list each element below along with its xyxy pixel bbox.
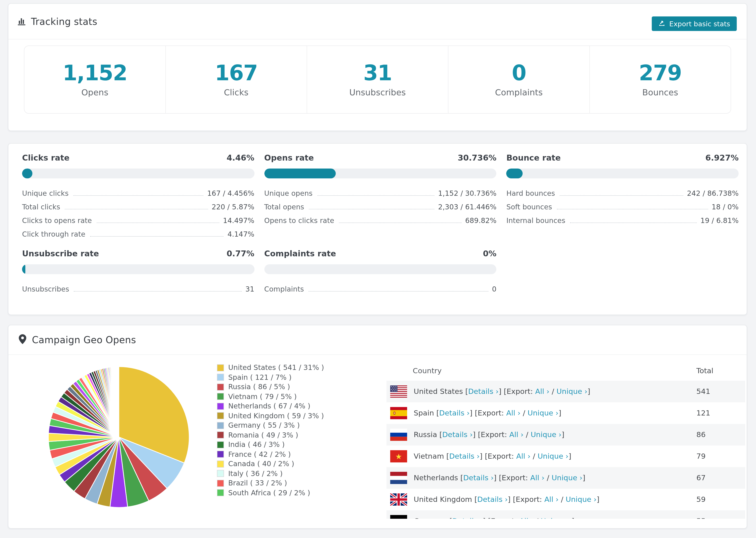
export-basic-stats-button[interactable]: Export basic stats [652,17,737,31]
dotted-leader [560,195,683,196]
total-cell: 59 [696,495,706,504]
details-link-es[interactable]: Details › [439,409,470,417]
map-pin-icon [19,334,26,346]
summary-card-clicks: 167Clicks [166,46,307,113]
stat-value: 0 [492,285,497,294]
legend-item: Spain ( 121 / 7% ) [217,372,324,382]
rate-title: Complaints rate [264,249,336,259]
dotted-leader [339,223,461,223]
legend-label: Russia ( 86 / 5% ) [228,383,290,391]
export-all-link-us[interactable]: All › [535,387,550,396]
details-link-de[interactable]: Details › [452,517,483,519]
stat-row: Hard bounces242 / 86.738% [507,184,739,198]
legend-label: United States ( 541 / 31% ) [228,364,324,372]
legend-item: United States ( 541 / 31% ) [217,363,324,372]
export-all-link-vn[interactable]: All › [516,452,531,460]
summary-card-opens: 1,152Opens [25,46,166,113]
export-all-link-de[interactable]: All › [519,517,534,519]
export-all-link-ru[interactable]: All › [509,430,523,439]
dotted-leader [557,209,708,209]
legend-label: Vietnam ( 79 / 5% ) [228,393,297,401]
summary-label: Complaints [495,87,543,97]
dotted-leader [308,291,488,292]
bar-chart-icon [17,17,26,26]
dotted-leader [74,291,242,292]
geo-table-row-es: Spain [Details ›] [Export: All › / Uniqu… [387,402,745,424]
stat-label: Click through rate [22,230,85,239]
stat-label: Opens to clicks rate [264,216,334,225]
details-link-us[interactable]: Details › [468,387,499,396]
vn-flag-icon: ★ [390,450,407,462]
total-cell: 541 [696,387,710,396]
country-cell: United States [Details ›] [Export: All ›… [414,387,590,396]
export-button-label: Export basic stats [669,20,730,27]
export-unique-link-de[interactable]: Unique › [541,517,572,519]
details-link-ru[interactable]: Details › [442,430,473,439]
stat-row: Total opens2,303 / 61.446% [264,198,496,211]
stat-row: Total clicks220 / 5.87% [22,198,254,211]
summary-card-unsubscribes: 31Unsubscribes [307,46,449,113]
country-name: Netherlands [414,474,458,482]
stat-row: Internal bounces19 / 6.81% [507,211,739,225]
total-cell: 86 [696,430,706,439]
legend-item: South Africa ( 29 / 2% ) [217,488,324,498]
export-unique-link-us[interactable]: Unique › [557,387,587,396]
legend-swatch [217,470,224,477]
legend-swatch [217,374,224,381]
export-unique-link-es[interactable]: Unique › [527,409,559,417]
stat-label: Internal bounces [507,216,566,225]
rate-panel-unsubscribe-rate: Unsubscribe rate0.77%Unsubscribes31 [22,249,254,294]
legend-swatch [217,403,224,410]
progress-bar [22,264,254,274]
tracking-stats-header: Tracking stats Export basic stats [9,4,747,39]
geo-table: CountryTotalUnited States [Details ›] [E… [387,361,745,519]
progress-bar-fill [264,169,336,178]
legend-swatch [217,364,224,371]
legend-label: South Africa ( 29 / 2% ) [228,489,310,497]
export-unique-link-gb[interactable]: Unique › [566,495,597,504]
country-cell: Vietnam [Details ›] [Export: All › / Uni… [414,452,571,460]
dotted-leader [317,195,434,196]
legend-swatch [217,441,224,448]
country-cell: Netherlands [Details ›] [Export: All › /… [414,474,585,482]
export-unique-link-ru[interactable]: Unique › [531,430,562,439]
rate-value: 6.927% [705,153,739,163]
gb-flag-icon [390,493,407,506]
geo-header: Campaign Geo Opens [9,325,747,355]
stat-value: 31 [245,285,254,294]
nl-flag-icon [390,472,407,484]
dotted-leader [73,195,203,196]
export-unique-link-nl[interactable]: Unique › [552,474,582,482]
export-unique-link-vn[interactable]: Unique › [538,452,568,460]
country-name: United States [414,387,463,396]
legend-item: France ( 42 / 2% ) [217,450,324,459]
total-cell: 79 [696,452,706,460]
legend-item: Germany ( 55 / 3% ) [217,421,324,430]
svg-text:★: ★ [395,452,402,461]
country-name: Vietnam [414,452,444,460]
legend-label: France ( 42 / 2% ) [228,450,291,459]
rate-panel-opens-rate: Opens rate30.736%Unique opens1,152 / 30.… [264,153,496,239]
rate-title: Unsubscribe rate [22,249,99,259]
rate-title: Clicks rate [22,153,70,163]
summary-value: 167 [215,62,257,83]
dotted-leader [90,236,224,237]
legend-item: Vietnam ( 79 / 5% ) [217,392,324,402]
dotted-leader [65,209,208,209]
country-name: Germany [414,517,447,519]
export-all-link-es[interactable]: All › [506,409,520,417]
pie-legend: United States ( 541 / 31% )Spain ( 121 /… [217,363,324,498]
country-name: Russia [414,430,437,439]
export-all-link-nl[interactable]: All › [530,474,545,482]
stat-row: Clicks to opens rate14.497% [22,211,254,225]
progress-bar [507,169,739,178]
rate-panel-bounce-rate: Bounce rate6.927%Hard bounces242 / 86.73… [507,153,739,239]
legend-swatch [217,489,224,497]
details-link-nl[interactable]: Details › [463,474,494,482]
export-all-link-gb[interactable]: All › [544,495,559,504]
total-cell: 67 [696,474,706,482]
stat-label: Complaints [264,285,304,294]
details-link-gb[interactable]: Details › [477,495,508,504]
progress-bar-fill [507,169,523,178]
details-link-vn[interactable]: Details › [449,452,480,460]
